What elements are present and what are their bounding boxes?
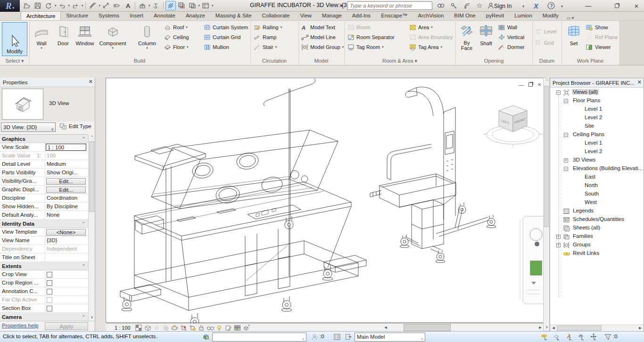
section-box-checkbox[interactable]: [47, 306, 52, 311]
editing-requests-icon[interactable]: [310, 333, 319, 341]
displaced-elements-icon[interactable]: [242, 324, 251, 332]
scroll-up-icon[interactable]: ⌃: [89, 134, 95, 141]
property-row[interactable]: Parts VisibilityShow Origi...: [0, 169, 88, 177]
grid-button[interactable]: Grid: [535, 38, 554, 48]
view-restore-icon[interactable]: [528, 82, 533, 87]
shadows-icon[interactable]: [161, 324, 170, 332]
tree-item-families[interactable]: +Families: [550, 233, 644, 241]
tree-item-3d-views[interactable]: +3D Views: [550, 156, 644, 165]
tab-architecture[interactable]: Architecture: [21, 11, 61, 20]
undo-icon[interactable]: [57, 1, 67, 10]
tree-item-views-all[interactable]: −Views (all): [550, 89, 644, 97]
close-button[interactable]: ×: [627, 0, 644, 11]
communication-center-icon[interactable]: [462, 1, 472, 10]
tree-item-level-1[interactable]: Level 1: [550, 139, 644, 148]
work-plane-panel-label[interactable]: Work Plane: [561, 57, 619, 65]
room-separator-button[interactable]: Room Separator: [347, 32, 395, 42]
tab-structure[interactable]: Structure: [61, 11, 93, 20]
favorites-icon[interactable]: ☆: [474, 1, 485, 10]
vertical-opening-button[interactable]: Vertical: [498, 32, 524, 42]
crop-view-checkbox[interactable]: [47, 272, 52, 277]
tab-insert[interactable]: Insert: [124, 11, 149, 20]
model-group-button[interactable]: Model Group▾: [301, 42, 344, 52]
apply-button[interactable]: Apply: [45, 322, 88, 330]
save-icon[interactable]: [33, 1, 43, 10]
tab-systems[interactable]: Systems: [93, 11, 124, 20]
thin-lines-icon[interactable]: [165, 1, 176, 10]
show-work-plane-button[interactable]: Show: [586, 22, 608, 32]
curtain-grid-button[interactable]: Curtain Grid: [204, 32, 240, 42]
property-row[interactable]: Section Box: [0, 304, 88, 313]
detail-level-icon[interactable]: [134, 324, 143, 332]
dormer-button[interactable]: Dormer: [498, 42, 525, 52]
expand-plus-icon[interactable]: +: [556, 243, 561, 247]
area-boundary-button[interactable]: Area Boundary: [409, 32, 453, 42]
tab-view[interactable]: View: [295, 11, 317, 20]
open-icon[interactable]: [22, 1, 32, 10]
view-scale-button[interactable]: 1 : 100: [106, 325, 134, 331]
property-row[interactable]: Graphic Displ...Edit...: [0, 186, 88, 194]
tab-annotate[interactable]: Annotate: [149, 11, 181, 20]
scroll-left-icon[interactable]: ◄: [550, 325, 557, 331]
wall-opening-button[interactable]: Wall: [498, 22, 517, 32]
tab-manage[interactable]: Manage: [317, 11, 347, 20]
property-row[interactable]: Show Hidden...By Discipline: [0, 203, 88, 211]
scroll-thumb[interactable]: [557, 326, 602, 331]
application-menu-button[interactable]: R▾: [0, 0, 20, 12]
tree-item-site[interactable]: Site: [550, 122, 644, 131]
select-panel-label[interactable]: Select ▾: [0, 57, 29, 65]
level-button[interactable]: Level: [535, 26, 556, 36]
tab-collaborate[interactable]: Collaborate: [257, 11, 295, 20]
search-input[interactable]: [347, 1, 432, 10]
select-links-icon[interactable]: [540, 333, 549, 341]
scroll-down-icon[interactable]: ∨: [89, 314, 95, 321]
tab-bim-one[interactable]: BIM One: [449, 11, 480, 20]
tree-item-groups[interactable]: +Groups: [550, 241, 644, 250]
door-button[interactable]: Door: [53, 22, 74, 57]
tree-item-sheets[interactable]: Sheets (all): [550, 224, 644, 233]
stair-button[interactable]: Stair▾: [253, 42, 277, 52]
tree-item-east[interactable]: East: [550, 173, 644, 182]
browser-horizontal-scrollbar[interactable]: ◄ ►: [550, 325, 644, 331]
type-preview[interactable]: [2, 89, 43, 120]
scroll-thumb[interactable]: [89, 141, 94, 212]
tab-analyze[interactable]: Analyze: [181, 11, 210, 20]
modify-button[interactable]: Modify: [2, 22, 27, 56]
ref-plane-button[interactable]: Ref Plane: [586, 32, 618, 42]
tag-area-button[interactable]: Tag Area▾: [409, 42, 442, 52]
expand-minus-icon[interactable]: −: [564, 167, 568, 171]
ramp-button[interactable]: Ramp: [253, 32, 276, 42]
tree-item-north[interactable]: North: [550, 182, 644, 190]
section-icon[interactable]: [151, 1, 161, 10]
room-area-panel-label[interactable]: Room & Area ▾: [344, 57, 455, 65]
search-icon[interactable]: [436, 1, 446, 10]
scroll-down-icon[interactable]: ∨: [544, 324, 550, 331]
property-row[interactable]: View Template<None>: [0, 228, 88, 236]
expand-plus-icon[interactable]: +: [564, 158, 568, 163]
property-row[interactable]: Annotation C...: [0, 287, 88, 296]
tab-massing-site[interactable]: Massing & Site: [210, 11, 257, 20]
camera-section-header[interactable]: Camera⌃: [0, 313, 88, 321]
drag-on-selection-icon[interactable]: [589, 333, 598, 341]
property-row[interactable]: View Name{3D}: [0, 236, 88, 245]
tree-item-floor-plans[interactable]: −Floor Plans: [550, 97, 644, 106]
window-button[interactable]: Window: [74, 22, 95, 57]
view-minimize-icon[interactable]: —: [519, 82, 524, 88]
design-option-dropdown[interactable]: Main Model∨: [355, 333, 425, 342]
text-icon[interactable]: A: [123, 1, 133, 10]
reveal-hidden-icon[interactable]: [215, 324, 224, 332]
property-row[interactable]: Detail LevelMedium: [0, 160, 88, 169]
tag-room-button[interactable]: Tag Room▾: [347, 42, 384, 52]
tab-enscape[interactable]: Enscape™: [376, 11, 413, 20]
expand-minus-icon[interactable]: −: [564, 99, 568, 103]
property-row[interactable]: Default Analy...None: [0, 211, 88, 220]
property-row[interactable]: Crop View: [0, 270, 88, 279]
tree-item-level-2[interactable]: Level 2: [550, 148, 644, 156]
palette-splitter[interactable]: [96, 78, 106, 331]
tab-lumion[interactable]: Lumion: [509, 11, 537, 20]
select-pinned-icon[interactable]: [565, 333, 573, 341]
railing-button[interactable]: Railing▾: [253, 22, 282, 32]
aligned-dimension-icon[interactable]: [101, 1, 111, 10]
roof-button[interactable]: Roof▾: [164, 22, 188, 32]
synchronize-icon[interactable]: [43, 1, 54, 10]
